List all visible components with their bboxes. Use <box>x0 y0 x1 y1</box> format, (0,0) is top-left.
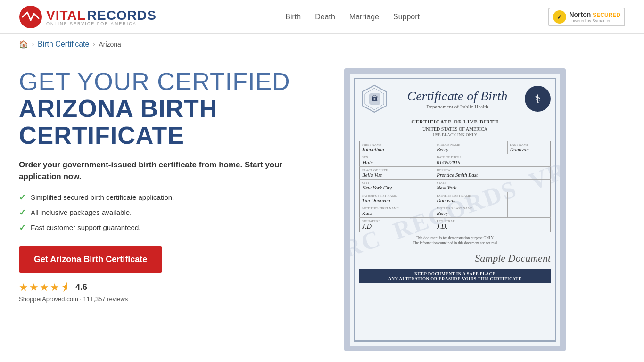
nav-support[interactable]: Support <box>393 13 420 21</box>
hero-title-light: GET YOUR CERTIFIED <box>19 68 290 95</box>
cert-badge: ⚕ <box>525 86 551 112</box>
cert-footer-text: This document is for demonstration purpo… <box>359 235 551 246</box>
cert-sample: Sample Document <box>359 252 551 264</box>
caduceus-icon: ⚕ <box>535 92 541 106</box>
breadcrumb-birth-cert[interactable]: Birth Certificate <box>38 40 89 49</box>
cert-row-1: FIRST NAME Johnathan MIDDLE NAME Berry L… <box>360 141 551 154</box>
main-nav: Birth Death Marriage Support <box>285 13 420 21</box>
check-icon-3: ✓ <box>19 222 26 233</box>
cert-ink: USE BLACK INK ONLY <box>359 132 551 137</box>
nav-marriage[interactable]: Marriage <box>349 13 379 21</box>
home-icon: 🏠 <box>19 40 28 48</box>
breadcrumb-state: Arizona <box>99 41 121 48</box>
cert-cell: CITY New York City <box>360 180 434 192</box>
hero-title-bold-2: CERTIFICATE <box>19 122 184 149</box>
cta-button[interactable]: Get Arizona Birth Certificate <box>19 246 162 273</box>
cert-cell: PLACE OF BIRTH Bella Vue <box>360 167 434 180</box>
nav-birth[interactable]: Birth <box>285 13 301 21</box>
cert-cell: HOSPITAL Prentice Smith East <box>434 167 551 180</box>
feature-label-2: All inclusive packages available. <box>31 208 132 216</box>
hero-title: GET YOUR CERTIFIED ARIZONA BIRTH CERTIFI… <box>19 68 311 149</box>
breadcrumb-sep-2: › <box>93 41 95 48</box>
cert-cell: FATHER'S FIRST NAME Tim Donovan <box>360 192 434 205</box>
hero-title-bold-1: ARIZONA BIRTH <box>19 95 217 122</box>
cert-row-2: SEX Male DATE OF BIRTH 01/05/2019 <box>360 154 551 167</box>
cert-cell: SIGNATURE J.D. <box>360 218 434 232</box>
cert-fields-table: FIRST NAME Johnathan MIDDLE NAME Berry L… <box>359 141 551 232</box>
star-2: ★ <box>29 281 39 294</box>
right-column: VRC RECORDS VRC 🏛 Certificate of Birth D… <box>339 68 570 351</box>
certificate-image: VRC RECORDS VRC 🏛 Certificate of Birth D… <box>344 68 566 351</box>
cert-cell: FIRST NAME Johnathan <box>360 141 434 154</box>
breadcrumb-home[interactable]: 🏠 <box>19 40 28 49</box>
norton-secured: SECURED <box>593 12 620 18</box>
logo-icon <box>19 5 42 29</box>
cert-cell: MOTHER'S FIRST NAME Katz <box>360 205 434 218</box>
feature-3: ✓ Fast customer support guaranteed. <box>19 222 311 233</box>
svg-text:🏛: 🏛 <box>372 95 378 102</box>
breadcrumb-sep-1: › <box>32 41 34 48</box>
cert-row-5: FATHER'S FIRST NAME Tim Donovan FATHER'S… <box>360 192 551 205</box>
left-column: GET YOUR CERTIFIED ARIZONA BIRTH CERTIFI… <box>19 68 311 303</box>
star-5-half: ⯨ <box>60 281 71 294</box>
rating-number: 4.6 <box>75 282 87 292</box>
cert-cell: DATE OF BIRTH 01/05/2019 <box>434 154 551 167</box>
feature-label-1: Simplified secured birth certificate app… <box>31 193 174 201</box>
norton-powered: powered by Symantec <box>569 18 620 23</box>
star-rating: ★ ★ ★ ★ ⯨ <box>19 281 71 294</box>
cert-usa: UNITED STATES OF AMERICA <box>359 126 551 132</box>
logo-subtitle: ONLINE SERVICE FOR AMERICA <box>46 21 157 26</box>
cert-cell: REGISTRAR J.D. <box>434 218 551 232</box>
cert-sub-title: CERTIFICATE OF LIVE BIRTH <box>359 119 551 124</box>
hero-subtitle: Order your government-issued birth certi… <box>19 159 311 183</box>
header: VITAL RECORDS ONLINE SERVICE FOR AMERICA… <box>0 0 644 34</box>
cert-bottom-bar: KEEP DOCUMENT IN A SAFE PLACE ANY ALTERA… <box>359 269 551 283</box>
star-1: ★ <box>19 281 28 294</box>
cert-cell: MIDDLE NAME Berry <box>434 141 507 154</box>
cert-cell: STATE New York <box>434 180 551 192</box>
cert-main-title: Certificate of Birth <box>390 89 525 104</box>
shopper-reviews: · 111,357 reviews <box>80 296 128 303</box>
breadcrumb: 🏠 › Birth Certificate › Arizona <box>0 34 644 54</box>
norton-check-icon: ✓ <box>553 10 566 24</box>
logo[interactable]: VITAL RECORDS ONLINE SERVICE FOR AMERICA <box>19 5 157 29</box>
star-3: ★ <box>40 281 49 294</box>
norton-badge: ✓ Norton SECURED powered by Symantec <box>548 8 625 26</box>
cert-cell: FATHER'S LAST NAME Donovan <box>434 192 507 205</box>
cert-dept: Departament of Public Health <box>390 104 525 109</box>
cert-cell <box>507 192 550 205</box>
check-icon-1: ✓ <box>19 192 26 203</box>
rating-area: ★ ★ ★ ★ ⯨ 4.6 <box>19 281 311 294</box>
cert-title-block: Certificate of Birth Departament of Publ… <box>390 89 525 109</box>
cert-header-row: 🏛 Certificate of Birth Departament of Pu… <box>359 83 551 114</box>
cert-row-3: PLACE OF BIRTH Bella Vue HOSPITAL Prenti… <box>360 167 551 180</box>
cert-cell: LAST NAME Donovan <box>507 141 550 154</box>
feature-1: ✓ Simplified secured birth certificate a… <box>19 192 311 203</box>
features-list: ✓ Simplified secured birth certificate a… <box>19 192 311 233</box>
cert-cell: MOTHER'S LAST NAME Berry <box>434 205 507 218</box>
shopper-link[interactable]: ShopperAproved.com <box>19 296 78 303</box>
cert-inner: 🏛 Certificate of Birth Departament of Pu… <box>359 83 551 283</box>
check-icon-2: ✓ <box>19 207 26 218</box>
cert-cell <box>507 205 550 218</box>
cert-cell: SEX Male <box>360 154 434 167</box>
shopper-text: ShopperAproved.com · 111,357 reviews <box>19 296 311 303</box>
star-4: ★ <box>50 281 59 294</box>
cert-row-7: SIGNATURE J.D. REGISTRAR J.D. <box>360 218 551 232</box>
cert-row-6: MOTHER'S FIRST NAME Katz MOTHER'S LAST N… <box>360 205 551 218</box>
feature-label-3: Fast customer support guaranteed. <box>31 223 140 231</box>
norton-name: Norton <box>569 11 591 18</box>
main-content: GET YOUR CERTIFIED ARIZONA BIRTH CERTIFI… <box>0 54 644 362</box>
cert-state-seal: 🏛 <box>359 83 390 114</box>
feature-2: ✓ All inclusive packages available. <box>19 207 311 218</box>
cert-row-4: CITY New York City STATE New York <box>360 180 551 192</box>
nav-death[interactable]: Death <box>315 13 335 21</box>
